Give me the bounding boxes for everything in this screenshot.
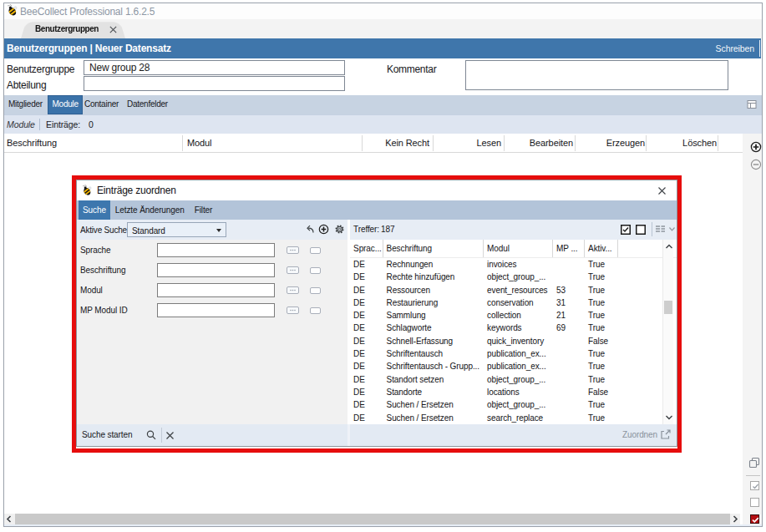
toolbar-separator <box>652 222 652 236</box>
scroll-up-icon[interactable] <box>664 241 674 252</box>
clear-search-icon[interactable] <box>165 431 175 440</box>
field-options-icon[interactable] <box>287 286 299 294</box>
result-row[interactable]: DERechte hinzufügenobject_group_...True <box>350 271 677 283</box>
result-row[interactable]: DESchnell-Erfassungquick_inventoryFalse <box>350 335 677 347</box>
layout-grid-icon[interactable] <box>747 99 757 109</box>
suche-starten-button[interactable]: Suche starten <box>82 430 132 439</box>
tab-datenfelder[interactable]: Datenfelder <box>127 95 168 114</box>
mp-modul-id-input[interactable] <box>157 303 275 317</box>
col-modul[interactable]: Modul <box>187 138 211 148</box>
active-search-label: Aktive Suche <box>80 225 127 235</box>
window-title: BeeCollect Professional 1.6.2.5 <box>20 6 155 18</box>
mp-modul-id-label: MP Modul ID <box>80 306 128 315</box>
scroll-right-icon[interactable] <box>730 514 740 524</box>
field-options-icon[interactable] <box>287 307 299 314</box>
abteilung-input[interactable] <box>84 76 345 91</box>
active-search-combobox[interactable]: Standard <box>127 222 226 237</box>
sprache-input[interactable] <box>157 243 275 257</box>
application-screenshot: BeeCollect Professional 1.6.2.5 Benutzer… <box>0 0 766 532</box>
select-all-icon[interactable] <box>621 225 631 235</box>
benutzergruppe-input[interactable]: New group 28 <box>84 60 345 75</box>
add-row-icon[interactable] <box>750 141 762 153</box>
field-blank-icon[interactable] <box>310 287 321 294</box>
search-icon[interactable] <box>145 429 157 441</box>
info-separator <box>39 119 40 130</box>
rcol-aktiv[interactable]: Aktiv... <box>585 240 618 257</box>
options-dropdown-icon[interactable] <box>669 227 675 231</box>
beschriftung-input[interactable] <box>157 263 275 277</box>
horizontal-scroll-thumb[interactable] <box>15 514 731 524</box>
field-blank-icon[interactable] <box>310 307 321 314</box>
results-scroll-thumb[interactable] <box>664 301 672 314</box>
rcol-beschriftung[interactable]: Beschriftung <box>383 240 484 257</box>
dialog-tab-letzte-aenderungen[interactable]: Letzte Änderungen <box>110 200 190 220</box>
field-options-icon[interactable] <box>287 266 299 274</box>
col-beschriftung[interactable]: Beschriftung <box>7 138 57 148</box>
col-erzeugen[interactable]: Erzeugen <box>576 138 645 148</box>
results-table-header: Sprac... Beschriftung Modul MP ... Aktiv… <box>350 240 677 258</box>
window-titlebar: BeeCollect Professional 1.6.2.5 <box>4 3 762 19</box>
red-checked-checkbox-icon[interactable] <box>750 514 759 524</box>
rcol-mp[interactable]: MP ... <box>553 240 585 257</box>
column-divider <box>575 135 576 151</box>
add-circle-icon[interactable] <box>318 224 329 235</box>
zuordnen-button[interactable]: Zuordnen <box>622 430 657 439</box>
col-lesen[interactable]: Lesen <box>434 138 501 148</box>
entry-count-value: 0 <box>89 119 94 129</box>
kommentar-textarea[interactable] <box>465 60 728 90</box>
schreiben-button[interactable]: Schreiben <box>716 43 754 53</box>
scroll-down-icon[interactable] <box>664 412 674 423</box>
scroll-left-icon[interactable] <box>4 514 14 524</box>
document-tabstrip: Benutzergruppen <box>4 19 762 38</box>
checked-checkbox-icon[interactable] <box>750 481 759 490</box>
tab-container[interactable]: Container <box>84 95 119 114</box>
col-bearbeiten[interactable]: Bearbeiten <box>505 138 573 148</box>
results-table-body: DERechnungeninvoicesTrue DERechte hinzuf… <box>350 258 677 424</box>
dialog-close-icon[interactable] <box>657 186 667 195</box>
result-row[interactable]: DESchlagwortekeywords69True <box>350 322 677 334</box>
field-blank-icon[interactable] <box>310 267 321 274</box>
result-row[interactable]: DESammlungcollection21True <box>350 309 677 322</box>
field-options-icon[interactable] <box>287 246 299 254</box>
record-breadcrumb: Benutzergruppen | Neuer Datensatz <box>7 43 171 54</box>
entry-count-label: Einträge: <box>46 119 80 129</box>
tab-mitglieder[interactable]: Mitglieder <box>8 95 43 114</box>
result-row[interactable]: DEStandortelocationsFalse <box>350 386 677 398</box>
info-context-label: Module <box>7 119 35 129</box>
record-form: Benutzergruppe New group 28 Abteilung Ko… <box>4 58 762 95</box>
dialog-toolbar: Aktive Suche Standard <box>77 220 677 240</box>
copy-icon[interactable] <box>748 456 761 469</box>
deselect-all-icon[interactable] <box>636 225 646 235</box>
rcol-modul[interactable]: Modul <box>484 240 553 257</box>
empty-checkbox-icon[interactable] <box>750 498 759 507</box>
result-row[interactable]: DERechnungeninvoicesTrue <box>350 258 677 271</box>
dialog-tab-suche[interactable]: Suche <box>79 200 110 220</box>
settings-gear-icon[interactable] <box>334 224 345 235</box>
list-options-icon[interactable] <box>656 225 666 233</box>
remove-row-icon[interactable] <box>750 159 762 170</box>
kommentar-label: Kommentar <box>387 63 436 75</box>
result-row[interactable]: DERessourcenevent_resources53True <box>350 284 677 296</box>
document-tab-close-icon[interactable] <box>109 25 118 34</box>
rights-table-header: Beschriftung Modul Kein Recht Lesen Bear… <box>4 134 743 153</box>
result-row[interactable]: DEStandort setzenobject_group_...True <box>350 373 677 386</box>
result-row[interactable]: DESuchen / Ersetzensearch_replaceTrue <box>350 412 677 424</box>
assign-external-icon[interactable] <box>660 429 671 440</box>
tab-module[interactable]: Module <box>48 95 83 114</box>
col-kein-recht[interactable]: Kein Recht <box>363 138 429 148</box>
result-row[interactable]: DERestaurierungconservation31True <box>350 296 677 309</box>
results-vertical-scrollbar[interactable] <box>662 240 673 424</box>
document-tab-label[interactable]: Benutzergruppen <box>35 24 99 33</box>
result-row[interactable]: DESchriftentauschpublication_ex...True <box>350 347 677 360</box>
col-loeschen[interactable]: Löschen <box>647 138 717 148</box>
field-blank-icon[interactable] <box>310 247 321 254</box>
result-row[interactable]: DESuchen / Ersetzenobject_group_...True <box>350 398 677 411</box>
result-row[interactable]: DESchriftentausch - Grupp...publication_… <box>350 360 677 372</box>
search-panel: Sprache Beschriftung Modul MP Modul ID <box>77 240 347 424</box>
modul-input[interactable] <box>157 283 275 297</box>
rcol-sprache[interactable]: Sprac... <box>350 240 383 257</box>
undo-icon[interactable] <box>304 224 315 235</box>
results-panel: Sprac... Beschriftung Modul MP ... Aktiv… <box>350 240 677 424</box>
dialog-tab-filter[interactable]: Filter <box>190 200 218 220</box>
horizontal-scrollbar[interactable] <box>4 514 740 524</box>
